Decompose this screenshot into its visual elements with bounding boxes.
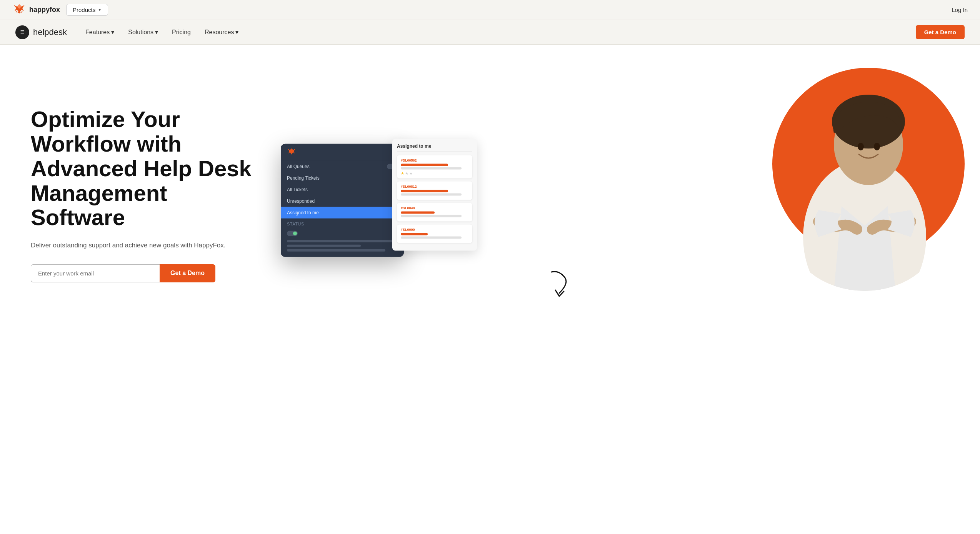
pricing-label: Pricing — [172, 29, 191, 36]
all-tickets-label: All Tickets — [287, 187, 308, 192]
all-queues-label: All Queues — [287, 164, 310, 169]
dashboard-fox-icon — [287, 149, 296, 156]
status-bar-3 — [287, 249, 385, 252]
status-toggle-item — [281, 228, 404, 239]
star-icon: ★ — [401, 171, 404, 175]
ticket-bar-orange-3 — [401, 212, 435, 214]
hero-content: Optimize Your Workflow with Advanced Hel… — [31, 107, 277, 282]
unresponded-label: Unresponded — [287, 199, 315, 204]
chevron-down-icon: ▼ — [98, 8, 102, 12]
ticket-item-1: #SL00562 ★ ★ ★ — [397, 155, 472, 179]
assigned-to-me-item: Assigned to me 12 — [281, 207, 404, 219]
status-bar-2 — [287, 245, 361, 247]
top-bar-right: Log In — [952, 7, 968, 13]
happyfox-logo-icon — [12, 4, 26, 16]
features-label: Features — [85, 29, 110, 36]
tickets-panel: Assigned to me #SL00562 ★ ★ ★ #SL00812 #… — [392, 139, 477, 251]
ticket-bar-light-2 — [401, 194, 462, 196]
ticket-bar-light-1 — [401, 167, 462, 170]
helpdesk-label: helpdesk — [33, 27, 67, 37]
top-bar: happyfox Products ▼ Log In — [0, 0, 980, 20]
unresponded-item: Unresponded 10 — [281, 195, 404, 207]
helpdesk-icon-symbol: ≡ — [20, 28, 25, 36]
dashboard-header — [281, 144, 404, 161]
ticket-id-2: #SL00812 — [401, 185, 468, 189]
hero-subtitle: Deliver outstanding support and achieve … — [31, 240, 262, 250]
sub-nav: ≡ helpdesk Features ▾ Solutions ▾ Pricin… — [0, 20, 980, 45]
assigned-label: Assigned to me — [287, 210, 319, 215]
features-nav-item[interactable]: Features ▾ — [85, 28, 114, 36]
star-icon: ★ — [405, 171, 408, 175]
ticket-id-1: #SL00562 — [401, 159, 468, 162]
pricing-nav-item[interactable]: Pricing — [172, 29, 191, 36]
subnav-links: Features ▾ Solutions ▾ Pricing Resources… — [85, 28, 916, 36]
ticket-bar-orange-4 — [401, 233, 428, 235]
ticket-item-4: #SL0000 — [397, 225, 472, 243]
all-tickets-item: All Tickets 34 — [281, 184, 404, 195]
resources-nav-item[interactable]: Resources ▾ — [205, 28, 238, 36]
ticket-bar-light-3 — [401, 215, 462, 217]
subnav-demo-button[interactable]: Get a Demo — [916, 25, 965, 39]
ticket-id-4: #SL0000 — [401, 228, 468, 232]
svg-point-3 — [858, 143, 864, 150]
dashboard-sidebar: All Queues Pending Tickets 12 All Ticket… — [281, 161, 404, 257]
scroll-down-arrow-icon — [548, 270, 571, 301]
person-illustration — [788, 83, 942, 291]
solutions-label: Solutions — [128, 29, 153, 36]
hero-illustration: All Queues Pending Tickets 12 All Ticket… — [277, 83, 949, 306]
subnav-brand: ≡ helpdesk — [15, 25, 67, 39]
solutions-nav-item[interactable]: Solutions ▾ — [128, 28, 158, 36]
resources-label: Resources — [205, 29, 234, 36]
svg-point-4 — [874, 143, 880, 150]
ticket-bar-light-4 — [401, 237, 462, 239]
tickets-panel-header: Assigned to me — [397, 144, 472, 152]
dashboard-mockup: All Queues Pending Tickets 12 All Ticket… — [281, 144, 404, 257]
hero-demo-button[interactable]: Get a Demo — [160, 264, 215, 282]
solutions-chevron-icon: ▾ — [155, 28, 158, 36]
status-toggle — [287, 231, 298, 236]
status-section-label: Status — [281, 219, 404, 228]
pending-tickets-item: Pending Tickets 12 — [281, 172, 404, 184]
ticket-bar-orange-2 — [401, 190, 448, 192]
helpdesk-icon: ≡ — [15, 25, 29, 39]
logo-text: happyfox — [29, 6, 60, 14]
all-queues-item: All Queues — [281, 161, 404, 172]
star-icon: ★ — [409, 171, 413, 175]
ticket-item-3: #SL0040 — [397, 203, 472, 222]
hero-cta-form: Get a Demo — [31, 264, 215, 282]
email-input[interactable] — [31, 264, 160, 282]
pending-label: Pending Tickets — [287, 175, 320, 181]
features-chevron-icon: ▾ — [111, 28, 114, 36]
logo-area: happyfox — [12, 4, 60, 16]
ticket-stars-1: ★ ★ ★ — [401, 171, 468, 175]
ticket-id-3: #SL0040 — [401, 206, 468, 210]
hero-section: Optimize Your Workflow with Advanced Hel… — [0, 45, 980, 337]
login-button[interactable]: Log In — [952, 7, 968, 13]
scroll-arrow-container — [548, 270, 571, 302]
subnav-right: Get a Demo — [916, 25, 965, 39]
status-label: Status — [287, 222, 304, 226]
hero-title: Optimize Your Workflow with Advanced Hel… — [31, 107, 262, 230]
status-bar-1 — [287, 240, 398, 242]
products-button[interactable]: Products ▼ — [66, 4, 108, 16]
ticket-bar-orange-1 — [401, 164, 448, 166]
ticket-item-2: #SL00812 — [397, 182, 472, 200]
resources-chevron-icon: ▾ — [235, 28, 238, 36]
products-label: Products — [73, 7, 95, 13]
